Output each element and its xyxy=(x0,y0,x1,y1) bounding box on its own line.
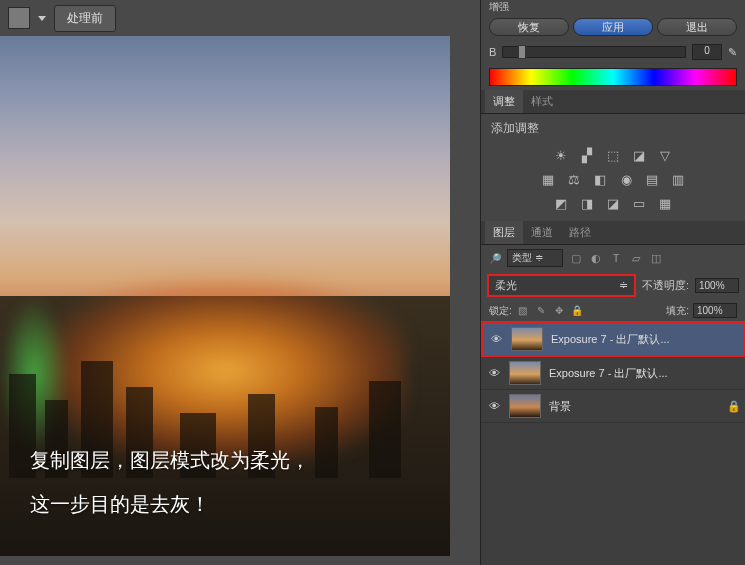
filter-smart-icon[interactable]: ◫ xyxy=(649,251,663,265)
layer-name[interactable]: Exposure 7 - 出厂默认... xyxy=(549,366,739,381)
blend-mode-value: 柔光 xyxy=(495,278,517,293)
filter-type-select[interactable]: 类型 ≑ xyxy=(507,249,563,267)
opacity-label: 不透明度: xyxy=(642,278,689,293)
layer-name[interactable]: Exposure 7 - 出厂默认... xyxy=(551,332,737,347)
tab-paths[interactable]: 路径 xyxy=(561,221,599,244)
canvas-area: 处理前 复制图层，图层模式改为柔光， 这一步目的是去灰！ xyxy=(0,0,480,565)
visibility-toggle-icon[interactable]: 👁 xyxy=(487,366,501,380)
b-slider-row: B 0 ✎ xyxy=(481,40,745,64)
gradient-map-icon[interactable]: ▭ xyxy=(629,195,649,211)
adjustment-icons-row-1: ☀ ▞ ⬚ ◪ ▽ xyxy=(491,143,735,167)
panels-sidebar: 增强 恢复 应用 退出 B 0 ✎ 调整 样式 添加调整 ☀ ▞ ⬚ ◪ ▽ ▦… xyxy=(480,0,745,565)
adjustments-tabs: 调整 样式 xyxy=(481,90,745,114)
tab-adjust[interactable]: 调整 xyxy=(485,90,523,113)
visibility-toggle-icon[interactable]: 👁 xyxy=(489,332,503,346)
layer-row[interactable]: 👁 背景 🔒 xyxy=(481,390,745,423)
slider-label: B xyxy=(489,46,496,58)
layer-thumbnail[interactable] xyxy=(509,394,541,418)
slider-thumb[interactable] xyxy=(518,45,526,59)
color-spectrum[interactable] xyxy=(489,68,737,86)
lock-all-icon[interactable]: 🔒 xyxy=(570,304,584,318)
photo-filter-icon[interactable]: ◉ xyxy=(616,171,636,187)
lock-row: 锁定: ▨ ✎ ✥ 🔒 填充: 100% xyxy=(481,300,745,321)
fill-label: 填充: xyxy=(666,304,689,318)
brightness-icon[interactable]: ☀ xyxy=(551,147,571,163)
filter-icons: ▢ ◐ T ▱ ◫ xyxy=(569,251,663,265)
chevron-down-icon: ≑ xyxy=(535,252,543,263)
search-icon[interactable]: 🔎 xyxy=(489,253,501,264)
sky-gradient xyxy=(0,36,450,322)
image-canvas[interactable]: 复制图层，图层模式改为柔光， 这一步目的是去灰！ xyxy=(0,36,450,556)
fill-input[interactable]: 100% xyxy=(693,303,737,318)
instruction-line-2: 这一步目的是去灰！ xyxy=(30,482,310,526)
restore-button[interactable]: 恢复 xyxy=(489,18,569,36)
layers-list: 👁 Exposure 7 - 出厂默认... 👁 Exposure 7 - 出厂… xyxy=(481,321,745,565)
balance-icon[interactable]: ⚖ xyxy=(564,171,584,187)
blend-mode-select[interactable]: 柔光 ≑ xyxy=(487,274,636,297)
layer-row[interactable]: 👁 Exposure 7 - 出厂默认... xyxy=(481,321,745,357)
threshold-icon[interactable]: ◪ xyxy=(603,195,623,211)
vibrance-icon[interactable]: ▽ xyxy=(655,147,675,163)
lock-label: 锁定: xyxy=(489,304,512,318)
layer-thumbnail[interactable] xyxy=(511,327,543,351)
tab-style[interactable]: 样式 xyxy=(523,90,561,113)
panel-header-label: 增强 xyxy=(481,0,745,14)
lock-transparent-icon[interactable]: ▨ xyxy=(516,304,530,318)
filter-adjust-icon[interactable]: ◐ xyxy=(589,251,603,265)
layers-tabs: 图层 通道 路径 xyxy=(481,221,745,245)
color-swatch[interactable] xyxy=(8,7,30,29)
b-value-input[interactable]: 0 xyxy=(692,44,722,60)
exposure-icon[interactable]: ◪ xyxy=(629,147,649,163)
lock-position-icon[interactable]: ✥ xyxy=(552,304,566,318)
layer-thumbnail[interactable] xyxy=(509,361,541,385)
chevron-updown-icon: ≑ xyxy=(619,279,628,292)
filter-shape-icon[interactable]: ▱ xyxy=(629,251,643,265)
add-adjustment-label: 添加调整 xyxy=(491,120,735,137)
selective-color-icon[interactable]: ▦ xyxy=(655,195,675,211)
tab-layers[interactable]: 图层 xyxy=(485,221,523,244)
b-slider[interactable] xyxy=(502,46,686,58)
posterize-icon[interactable]: ◨ xyxy=(577,195,597,211)
layer-row[interactable]: 👁 Exposure 7 - 出厂默认... xyxy=(481,357,745,390)
opacity-input[interactable]: 100% xyxy=(695,278,739,293)
eyedropper-icon[interactable]: ✎ xyxy=(728,46,737,59)
bw-icon[interactable]: ◧ xyxy=(590,171,610,187)
layer-filter-row: 🔎 类型 ≑ ▢ ◐ T ▱ ◫ xyxy=(481,245,745,271)
tab-channels[interactable]: 通道 xyxy=(523,221,561,244)
instruction-overlay: 复制图层，图层模式改为柔光， 这一步目的是去灰！ xyxy=(30,438,310,526)
exit-button[interactable]: 退出 xyxy=(657,18,737,36)
adjustment-icons-row-3: ◩ ◨ ◪ ▭ ▦ xyxy=(491,191,735,215)
apply-button[interactable]: 应用 xyxy=(573,18,653,36)
curves-icon[interactable]: ⬚ xyxy=(603,147,623,163)
channel-mixer-icon[interactable]: ▤ xyxy=(642,171,662,187)
swatch-dropdown-icon[interactable] xyxy=(38,16,46,21)
invert-icon[interactable]: ◩ xyxy=(551,195,571,211)
hue-icon[interactable]: ▦ xyxy=(538,171,558,187)
filter-pixel-icon[interactable]: ▢ xyxy=(569,251,583,265)
filter-text-icon[interactable]: T xyxy=(609,251,623,265)
layer-name[interactable]: 背景 xyxy=(549,399,719,414)
adjustment-icons-row-2: ▦ ⚖ ◧ ◉ ▤ ▥ xyxy=(491,167,735,191)
visibility-toggle-icon[interactable]: 👁 xyxy=(487,399,501,413)
action-button-row: 恢复 应用 退出 xyxy=(481,14,745,40)
lock-icon: 🔒 xyxy=(727,400,739,413)
top-toolbar: 处理前 xyxy=(0,0,480,36)
lock-pixels-icon[interactable]: ✎ xyxy=(534,304,548,318)
levels-icon[interactable]: ▞ xyxy=(577,147,597,163)
instruction-line-1: 复制图层，图层模式改为柔光， xyxy=(30,438,310,482)
blend-mode-row: 柔光 ≑ 不透明度: 100% xyxy=(481,271,745,300)
adjustments-panel: 添加调整 ☀ ▞ ⬚ ◪ ▽ ▦ ⚖ ◧ ◉ ▤ ▥ ◩ ◨ ◪ ▭ ▦ xyxy=(481,114,745,221)
lookup-icon[interactable]: ▥ xyxy=(668,171,688,187)
before-button[interactable]: 处理前 xyxy=(54,5,116,32)
